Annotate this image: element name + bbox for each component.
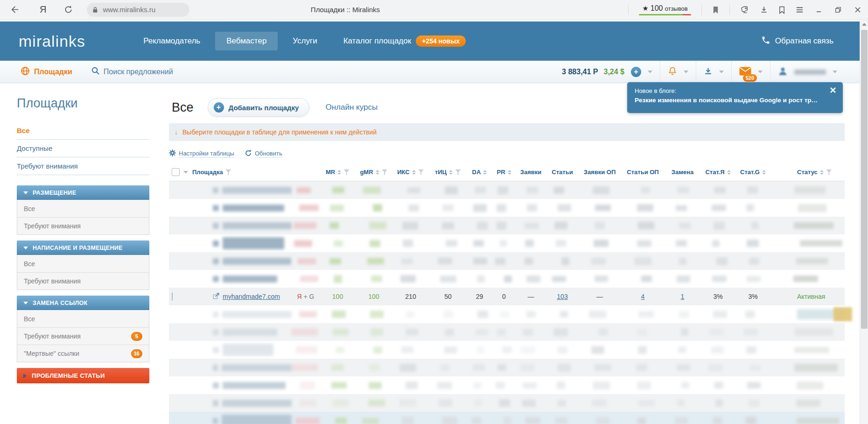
row-checkbox[interactable] — [172, 292, 173, 301]
redacted-cell — [429, 394, 467, 412]
add-funds-icon[interactable]: + — [631, 67, 641, 77]
cell-stati-link[interactable]: 103 — [557, 293, 567, 300]
yandex-browser-icon[interactable]: Я — [40, 4, 46, 15]
filter-icon[interactable] — [382, 170, 388, 175]
sort-icon[interactable] — [820, 170, 824, 175]
redacted-cell — [492, 270, 516, 288]
feedback-link[interactable]: Обратная связь — [761, 35, 833, 47]
nav-services[interactable]: Услуги — [281, 32, 328, 50]
sort-icon[interactable] — [376, 170, 379, 175]
sort-icon[interactable] — [449, 170, 453, 175]
redacted-cell — [736, 234, 770, 252]
cell-zamena-link[interactable]: 1 — [681, 293, 685, 300]
blog-notification-toast[interactable]: Новое в блоге: Резкие изменения в поиско… — [627, 82, 843, 113]
filter-icon[interactable] — [343, 170, 350, 175]
notifications-widget[interactable] — [660, 61, 696, 83]
section-item[interactable]: Требуют внимания — [17, 272, 149, 290]
filter-icon[interactable] — [455, 170, 461, 175]
search-input[interactable] — [104, 68, 211, 76]
refresh-table-link[interactable]: Обновить — [245, 149, 282, 158]
col-site[interactable]: Площадка — [192, 169, 223, 176]
redacted-cell — [356, 323, 392, 341]
col-iks[interactable]: ИКС — [397, 169, 410, 176]
section-header-writing[interactable]: НАПИСАНИЕ И РАЗМЕЩЕНИЕ — [17, 240, 149, 255]
offer-search[interactable] — [91, 66, 211, 77]
col-da[interactable]: DA — [472, 169, 481, 176]
address-bar[interactable]: www.miralinks.ru — [87, 3, 189, 17]
sort-icon[interactable] — [337, 170, 341, 175]
sidebar-link-available[interactable]: Доступные — [17, 140, 149, 157]
bookmark-icon[interactable] — [712, 6, 719, 14]
nav-advertiser[interactable]: Рекламодатель — [132, 32, 211, 50]
divider — [701, 5, 702, 15]
site-domain-link[interactable]: myhandmade7.com — [223, 293, 280, 300]
table-settings-link[interactable]: Настройки таблицы — [169, 149, 234, 158]
add-site-button[interactable]: + Добавить площадку — [208, 98, 310, 117]
section-item[interactable]: Все — [17, 310, 149, 327]
filter-icon[interactable] — [225, 170, 231, 175]
select-all-checkbox[interactable] — [172, 168, 180, 176]
collections-icon[interactable] — [778, 6, 785, 14]
section-item[interactable]: "Мертвые" ссылки 16 — [17, 345, 149, 362]
downloads-icon[interactable] — [760, 6, 768, 14]
page-scrollbar[interactable] — [860, 20, 868, 424]
site-rating-widget[interactable]: ★ 100 отзывов — [639, 4, 691, 15]
sort-icon[interactable] — [727, 170, 731, 175]
nav-catalog[interactable]: Каталог площадок+254 новых — [332, 31, 477, 51]
menu-icon[interactable] — [796, 7, 804, 13]
col-mr[interactable]: MR — [326, 169, 335, 176]
balance-widget[interactable]: 3 883,41 Р 3,24 $ + — [554, 61, 660, 83]
extensions-tag-icon[interactable] — [740, 6, 749, 14]
col-pr[interactable]: PR — [497, 169, 505, 176]
redacted-cell — [320, 394, 356, 412]
chevron-down-icon[interactable] — [833, 71, 837, 73]
downloads-widget[interactable] — [696, 61, 731, 83]
section-item[interactable]: Все — [17, 255, 149, 272]
external-link-icon[interactable] — [213, 293, 219, 301]
back-icon[interactable] — [10, 5, 19, 14]
section-item[interactable]: Требуют внимания 5 — [17, 327, 149, 345]
cell-stati-op-link[interactable]: 4 — [641, 293, 645, 300]
section-item[interactable]: Требуют внимания — [17, 217, 149, 234]
minimize-button[interactable] — [814, 5, 823, 14]
col-stat-ya[interactable]: Стат.Я — [705, 169, 724, 176]
table-row-myhandmade7[interactable]: myhandmade7.com Я + G 100 100 210 50 29 … — [169, 288, 845, 305]
chevron-down-icon[interactable] — [719, 71, 724, 73]
nav-webmaster[interactable]: Вебмастер — [215, 32, 278, 50]
chevron-down-icon[interactable] — [183, 171, 188, 174]
filter-icon[interactable] — [418, 170, 424, 175]
redacted-cell — [192, 305, 292, 323]
miralinks-logo[interactable]: miralinks — [19, 32, 85, 50]
sidebar-link-all[interactable]: Все — [17, 122, 149, 140]
sort-icon[interactable] — [508, 170, 511, 175]
filter-icon[interactable] — [826, 170, 832, 175]
user-menu[interactable] — [770, 61, 845, 83]
refresh-icon[interactable] — [64, 5, 73, 14]
section-header-link-replacement[interactable]: ЗАМЕНА ССЫЛОК — [17, 296, 149, 310]
online-courses-link[interactable]: Онлайн курсы — [325, 103, 378, 112]
section-header-placement[interactable]: РАЗМЕЩЕНИЕ — [17, 185, 149, 200]
redacted-cell — [736, 323, 770, 341]
redacted-cell — [392, 323, 429, 341]
close-icon[interactable] — [830, 87, 836, 95]
col-tic[interactable]: тИЦ — [435, 169, 447, 176]
sort-icon[interactable] — [412, 170, 416, 175]
section-item[interactable]: Все — [17, 200, 149, 217]
chevron-down-icon[interactable] — [684, 71, 688, 73]
col-stat-g[interactable]: Стат.G — [740, 169, 760, 176]
problem-articles-header[interactable]: ПРОБЛЕМНЫЕ СТАТЬИ — [17, 368, 149, 383]
col-gmr[interactable]: gMR — [360, 169, 373, 176]
sort-icon[interactable] — [762, 170, 766, 175]
scrollbar-thumb[interactable] — [861, 30, 868, 329]
close-button[interactable] — [853, 5, 862, 14]
scroll-up-icon[interactable] — [862, 23, 867, 26]
sidebar-link-attention[interactable]: Требуют внимания — [17, 157, 149, 175]
col-status[interactable]: Статус — [797, 169, 818, 176]
sites-section-link[interactable]: Площадки — [21, 66, 72, 78]
sort-icon[interactable] — [483, 170, 487, 175]
restore-button[interactable] — [833, 5, 843, 14]
messages-widget[interactable]: 520 — [731, 61, 770, 83]
redacted-cell — [770, 181, 845, 199]
chevron-down-icon[interactable] — [758, 71, 763, 73]
chevron-down-icon[interactable] — [648, 71, 652, 73]
